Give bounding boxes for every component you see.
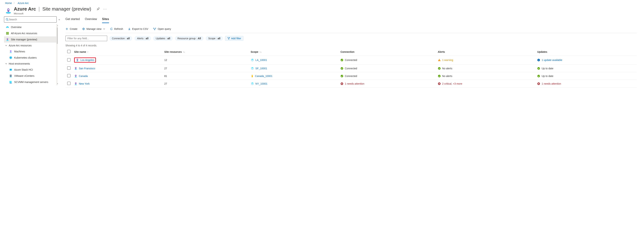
col-site-name[interactable]: Site name↑ <box>72 48 162 56</box>
svg-rect-7 <box>8 32 9 33</box>
breadcrumb-home[interactable]: Home <box>5 2 12 5</box>
tab-sites[interactable]: Sites <box>102 16 109 23</box>
sidebar-group-host-env[interactable]: Host environments <box>4 61 58 67</box>
col-site-resources[interactable]: Site resources↑↓ <box>162 48 249 56</box>
cell-site-resources: 81 <box>162 72 249 80</box>
sidebar-item-machines[interactable]: Machines <box>4 48 58 55</box>
row-checkbox[interactable] <box>67 66 70 70</box>
export-csv-button[interactable]: Export to CSV <box>128 28 148 30</box>
sidebar-item-vmware[interactable]: VMware vCenters <box>4 73 58 79</box>
scope-icon <box>251 74 254 78</box>
svg-point-19 <box>10 57 11 58</box>
title-separator: | <box>38 6 40 12</box>
col-scope[interactable]: Scope↑↓ <box>249 48 338 56</box>
scrollbar-thumb[interactable] <box>57 28 59 44</box>
sidebar-item-overview[interactable]: Overview <box>4 24 58 30</box>
toolbar: Create Manage view Refresh Export to CSV… <box>66 26 637 33</box>
scope-icon <box>251 58 254 62</box>
plus-icon <box>66 28 68 30</box>
row-checkbox[interactable] <box>67 82 70 85</box>
scope-link[interactable]: Canada_10001 <box>255 75 272 77</box>
sidebar-item-all-resources[interactable]: All Azure Arc resources <box>4 30 58 36</box>
sidebar-scrollbar[interactable]: ▲ ▼ <box>56 24 59 85</box>
sidebar-item-label: Azure Stack HCI <box>14 68 33 71</box>
svg-point-46 <box>77 59 78 60</box>
site-name-link[interactable]: San Fransisco <box>79 67 95 70</box>
row-checkbox[interactable] <box>67 74 70 77</box>
tab-get-started[interactable]: Get started <box>66 16 80 23</box>
filter-input[interactable] <box>66 36 107 41</box>
add-filter-label: Add filter <box>231 37 241 40</box>
filter-pill-resource-group[interactable]: Resource group : All <box>175 36 204 41</box>
select-all-checkbox[interactable] <box>67 50 70 53</box>
search-icon <box>6 18 8 21</box>
row-checkbox[interactable] <box>67 58 70 61</box>
updates-link[interactable]: 1 update available <box>542 59 562 61</box>
updates-link[interactable]: 1 needs attention <box>542 82 561 85</box>
open-query-button[interactable]: Open query <box>153 28 171 30</box>
toolbar-label: Refresh <box>114 28 123 30</box>
query-icon <box>153 28 156 30</box>
pill-value: all <box>167 37 170 40</box>
toolbar-label: Create <box>70 28 78 30</box>
connection-status-icon <box>340 67 343 70</box>
download-icon <box>128 28 131 30</box>
scope-link[interactable]: LA_10001 <box>256 59 267 61</box>
col-alerts[interactable]: Alerts <box>436 48 536 56</box>
col-connection[interactable]: Connection <box>338 48 436 56</box>
table-header-row: Site name↑ Site resources↑↓ Scope↑↓ Conn… <box>66 48 637 56</box>
filter-pill-connection[interactable]: Connection : all <box>109 36 132 41</box>
svg-rect-48 <box>439 60 440 60</box>
svg-rect-26 <box>10 81 12 83</box>
alerts-link[interactable]: 2 critical, +3 more <box>442 82 462 85</box>
scroll-up-icon[interactable]: ▲ <box>56 24 59 27</box>
pill-key: Scope : <box>208 37 217 40</box>
more-icon[interactable]: ··· <box>103 7 107 11</box>
sort-icon: ↑↓ <box>260 51 262 53</box>
col-updates[interactable]: Updates <box>535 48 637 56</box>
pin-icon[interactable] <box>97 7 100 11</box>
updates-text: Up to date <box>542 75 553 77</box>
site-name-link[interactable]: New York <box>79 82 90 85</box>
sort-asc-icon: ↑ <box>87 51 88 53</box>
collapse-sidebar-icon[interactable]: « <box>58 18 60 21</box>
filter-pill-alerts[interactable]: Alerts : all <box>134 36 151 41</box>
site-name-link[interactable]: Los Angeles <box>80 59 94 61</box>
sidebar-item-scvmm[interactable]: SCVMM management servers <box>4 79 58 85</box>
filter-row: Connection : all Alerts : all Updates : … <box>66 33 637 42</box>
create-button[interactable]: Create <box>66 28 78 30</box>
connection-text: Connected <box>345 75 357 77</box>
scope-link[interactable]: SF_10001 <box>256 67 267 70</box>
cell-updates: 1 needs attention <box>535 80 637 87</box>
scroll-down-icon[interactable]: ▼ <box>56 82 59 85</box>
scope-link[interactable]: NY_10001 <box>256 82 268 85</box>
tab-overview[interactable]: Overview <box>85 16 97 23</box>
svg-rect-13 <box>8 34 9 35</box>
breadcrumb-current[interactable]: Azure Arc <box>18 2 29 5</box>
svg-rect-8 <box>6 33 7 34</box>
filter-pill-scope[interactable]: Scope : all <box>206 36 223 41</box>
page-title: Azure Arc <box>14 6 36 12</box>
add-filter-button[interactable]: Add filter <box>225 36 244 41</box>
refresh-icon <box>110 28 113 30</box>
col-label: Updates <box>537 50 547 53</box>
site-name-link[interactable]: Canada <box>79 75 88 77</box>
sidebar-item-stack-hci[interactable]: Azure Stack HCI <box>4 67 58 73</box>
sidebar-search-input[interactable] <box>8 18 55 21</box>
cell-connection: Connected <box>338 65 436 72</box>
refresh-button[interactable]: Refresh <box>110 28 123 30</box>
manage-view-button[interactable]: Manage view <box>82 28 105 30</box>
alerts-link[interactable]: 1 warning <box>442 59 453 61</box>
scvmm-icon <box>9 80 12 84</box>
sidebar-group-arc-resources[interactable]: Azure Arc resources <box>4 43 58 48</box>
sidebar-search[interactable] <box>4 16 57 23</box>
svg-rect-11 <box>6 34 7 35</box>
connection-status-icon <box>340 75 343 77</box>
filter-pill-updates[interactable]: Updates : all <box>153 36 173 41</box>
breadcrumb: Home 〉 Azure Arc <box>0 0 644 5</box>
svg-line-4 <box>8 20 8 21</box>
sidebar-item-kubernetes[interactable]: Kubernetes clusters <box>4 55 58 61</box>
svg-rect-52 <box>539 59 539 60</box>
sidebar-item-site-manager[interactable]: Site manager (preview) <box>4 36 58 43</box>
connection-link[interactable]: 1 needs attention <box>345 82 364 85</box>
